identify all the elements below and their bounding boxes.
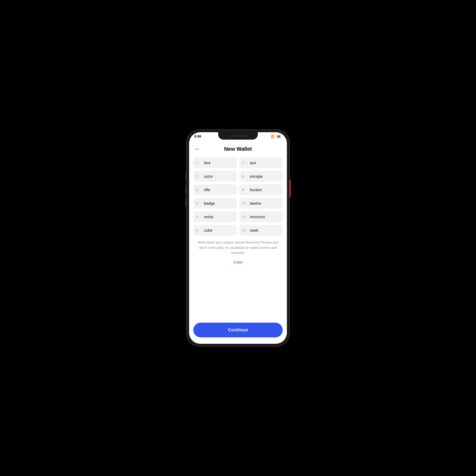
word-text: razor (204, 174, 213, 178)
copy-button[interactable]: Copy (233, 260, 242, 264)
word-text: badge (204, 201, 215, 205)
word-number: 3. (196, 188, 202, 192)
word-item: 3.rifle (193, 184, 237, 195)
status-time: 6:06 (194, 134, 201, 138)
word-number: 6. (196, 228, 202, 232)
word-number: 2. (196, 174, 202, 178)
word-number: 11. (242, 215, 248, 219)
word-text: escape (250, 174, 263, 178)
header: ← New Wallet (189, 144, 287, 155)
word-number: 1. (196, 161, 202, 165)
word-text: twelve (250, 201, 261, 205)
recovery-phrase-description: Write down your unique Secret Recovery P… (193, 240, 283, 255)
word-number: 12. (242, 228, 248, 232)
word-item: 1.hint (193, 157, 237, 168)
wifi-icon: 📶 (271, 135, 274, 138)
word-text: innocent (250, 214, 265, 219)
word-number: 4. (196, 201, 202, 205)
word-item: 8.escape (239, 171, 283, 182)
word-number: 9. (242, 188, 248, 192)
word-item: 9.bunker (239, 184, 283, 195)
word-item: 10.twelve (239, 198, 283, 209)
phone-screen: 6:06 📶 46 ← New Wallet 1.hint7.taxi2.raz… (189, 132, 287, 344)
word-text: taxi (250, 161, 256, 165)
phone-device: 6:06 📶 46 ← New Wallet 1.hint7.taxi2.raz… (186, 130, 290, 346)
continue-button[interactable]: Continue (193, 323, 283, 337)
word-number: 10. (242, 201, 248, 205)
word-text: bunker (250, 187, 262, 192)
word-grid: 1.hint7.taxi2.razor8.escape3.rifle9.bunk… (193, 157, 283, 236)
word-item: 4.badge (193, 198, 237, 209)
word-text: resist (204, 214, 213, 219)
word-number: 7. (242, 161, 248, 165)
word-number: 8. (242, 174, 248, 178)
word-text: hint (204, 161, 210, 165)
word-item: 11.innocent (239, 211, 283, 222)
word-number: 5. (196, 215, 202, 219)
bottom-area: Continue (189, 320, 287, 344)
camera (244, 135, 247, 137)
copy-link-container: Copy (193, 260, 283, 264)
battery-indicator: 46 (276, 134, 282, 139)
word-text: rifle (204, 187, 210, 192)
status-icons: 📶 46 (271, 134, 282, 139)
page-title: New Wallet (224, 146, 252, 152)
back-button[interactable]: ← (194, 146, 200, 152)
content-area: 1.hint7.taxi2.razor8.escape3.rifle9.bunk… (189, 155, 287, 320)
word-item: 5.resist (193, 211, 237, 222)
word-item: 7.taxi (239, 157, 283, 168)
notch (218, 132, 258, 140)
word-item: 6.cube (193, 225, 237, 236)
word-text: seek (250, 228, 258, 232)
speaker (229, 135, 242, 137)
word-item: 2.razor (193, 171, 237, 182)
word-item: 12.seek (239, 225, 283, 236)
word-text: cube (204, 228, 213, 232)
